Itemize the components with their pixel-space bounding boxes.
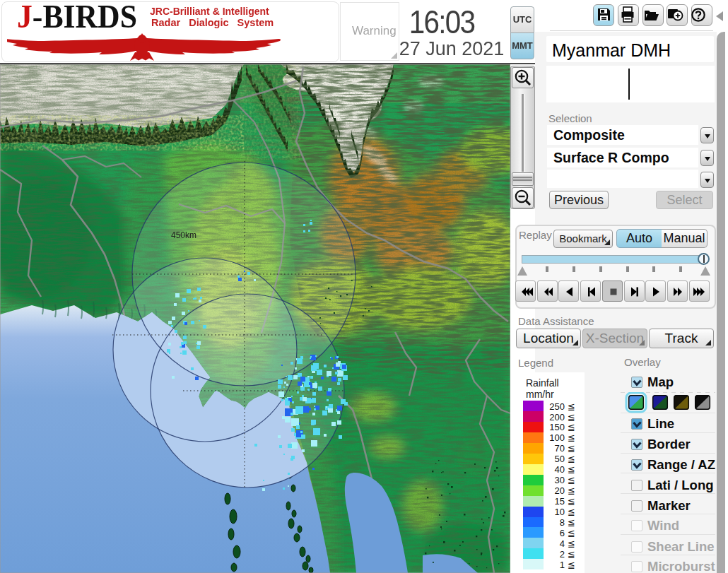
svg-text:450km: 450km	[171, 230, 196, 240]
